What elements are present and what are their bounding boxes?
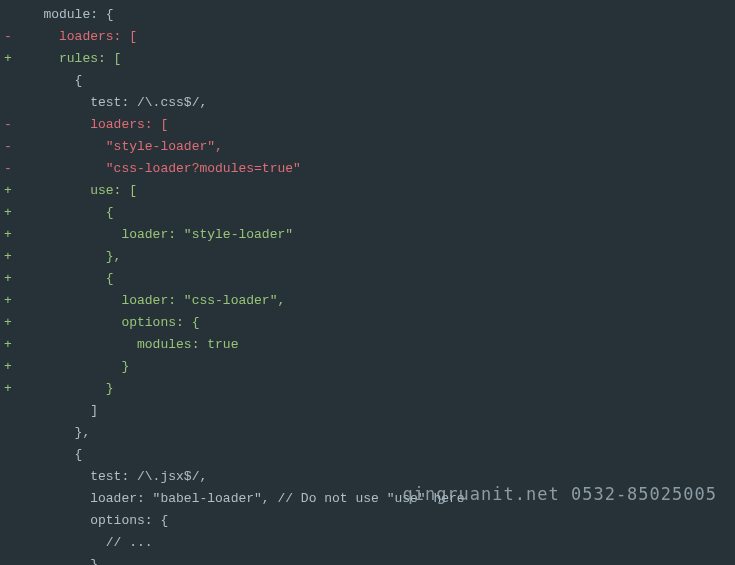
- diff-line: + use: [: [0, 180, 735, 202]
- diff-line: + rules: [: [0, 48, 735, 70]
- diff-code: test: /\.css$/,: [20, 92, 735, 114]
- diff-code: test: /\.jsx$/,: [20, 466, 735, 488]
- diff-marker: [0, 400, 20, 422]
- diff-marker: +: [0, 356, 20, 378]
- diff-code: module: {: [20, 4, 735, 26]
- diff-code: }: [20, 356, 735, 378]
- diff-marker: +: [0, 334, 20, 356]
- diff-line: + },: [0, 246, 735, 268]
- diff-marker: [0, 488, 20, 510]
- diff-code: {: [20, 268, 735, 290]
- diff-line: - loaders: [: [0, 114, 735, 136]
- diff-marker: -: [0, 26, 20, 48]
- diff-code: }: [20, 554, 735, 565]
- diff-marker: -: [0, 136, 20, 158]
- diff-marker: +: [0, 312, 20, 334]
- diff-line: + }: [0, 356, 735, 378]
- diff-marker: +: [0, 224, 20, 246]
- diff-code: {: [20, 70, 735, 92]
- diff-line: + {: [0, 202, 735, 224]
- diff-marker: [0, 554, 20, 565]
- diff-line: module: {: [0, 4, 735, 26]
- diff-block: module: {- loaders: [+ rules: [ { test: …: [0, 4, 735, 565]
- diff-marker: +: [0, 48, 20, 70]
- diff-code: loader: "babel-loader", // Do not use "u…: [20, 488, 735, 510]
- diff-line: - "style-loader",: [0, 136, 735, 158]
- diff-line: - "css-loader?modules=true": [0, 158, 735, 180]
- diff-marker: +: [0, 180, 20, 202]
- diff-code: use: [: [20, 180, 735, 202]
- diff-line: test: /\.jsx$/,: [0, 466, 735, 488]
- diff-line: + modules: true: [0, 334, 735, 356]
- diff-marker: +: [0, 378, 20, 400]
- diff-code: ]: [20, 400, 735, 422]
- diff-code: loader: "css-loader",: [20, 290, 735, 312]
- diff-marker: -: [0, 158, 20, 180]
- diff-line: {: [0, 444, 735, 466]
- diff-line: test: /\.css$/,: [0, 92, 735, 114]
- diff-marker: +: [0, 202, 20, 224]
- diff-marker: [0, 422, 20, 444]
- diff-code: // ...: [20, 532, 735, 554]
- diff-code: "css-loader?modules=true": [20, 158, 735, 180]
- diff-marker: -: [0, 114, 20, 136]
- diff-code: modules: true: [20, 334, 735, 356]
- diff-line: }: [0, 554, 735, 565]
- diff-marker: [0, 70, 20, 92]
- diff-code: loaders: [: [20, 26, 735, 48]
- diff-line: + loader: "css-loader",: [0, 290, 735, 312]
- diff-marker: +: [0, 290, 20, 312]
- diff-code: rules: [: [20, 48, 735, 70]
- diff-line: - loaders: [: [0, 26, 735, 48]
- diff-marker: [0, 510, 20, 532]
- diff-marker: +: [0, 246, 20, 268]
- diff-marker: [0, 532, 20, 554]
- diff-marker: [0, 466, 20, 488]
- diff-code: {: [20, 444, 735, 466]
- diff-marker: [0, 92, 20, 114]
- diff-code: loader: "style-loader": [20, 224, 735, 246]
- diff-line: // ...: [0, 532, 735, 554]
- diff-marker: [0, 444, 20, 466]
- diff-line: options: {: [0, 510, 735, 532]
- diff-code: options: {: [20, 510, 735, 532]
- diff-line: + options: {: [0, 312, 735, 334]
- diff-line: + {: [0, 268, 735, 290]
- diff-code: "style-loader",: [20, 136, 735, 158]
- diff-code: },: [20, 246, 735, 268]
- diff-marker: [0, 4, 20, 26]
- diff-code: options: {: [20, 312, 735, 334]
- diff-code: }: [20, 378, 735, 400]
- diff-line: + }: [0, 378, 735, 400]
- diff-marker: +: [0, 268, 20, 290]
- diff-code: {: [20, 202, 735, 224]
- diff-code: },: [20, 422, 735, 444]
- diff-line: + loader: "style-loader": [0, 224, 735, 246]
- diff-line: {: [0, 70, 735, 92]
- diff-line: loader: "babel-loader", // Do not use "u…: [0, 488, 735, 510]
- diff-line: },: [0, 422, 735, 444]
- diff-line: ]: [0, 400, 735, 422]
- diff-code: loaders: [: [20, 114, 735, 136]
